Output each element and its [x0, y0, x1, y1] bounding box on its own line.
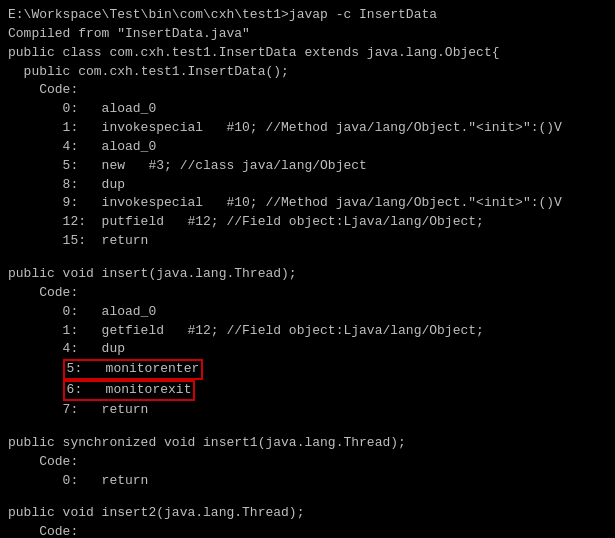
ins1-0: 0: return [8, 472, 607, 491]
compiled-from-line: Compiled from "InsertData.java" [8, 25, 607, 44]
command-line: E:\Workspace\Test\bin\com\cxh\test1>java… [8, 6, 607, 25]
insert2-decl-line: public void insert2(java.lang.Thread); [8, 504, 607, 523]
insert1-decl-line: public synchronized void insert1(java.la… [8, 434, 607, 453]
code-label-3: Code: [8, 453, 607, 472]
bc-15: 15: return [8, 232, 607, 251]
bc-8: 8: dup [8, 176, 607, 195]
monitorexit-highlight: 6: monitorexit [63, 380, 196, 401]
blank-2 [8, 420, 607, 434]
ins-7: 7: return [8, 401, 607, 420]
bc-4: 4: aload_0 [8, 138, 607, 157]
ins-5-monitorenter: 5: monitorenter [8, 359, 607, 380]
terminal-window: E:\Workspace\Test\bin\com\cxh\test1>java… [0, 0, 615, 538]
monitorenter-highlight: 5: monitorenter [63, 359, 204, 380]
code-label-2: Code: [8, 284, 607, 303]
blank-1 [8, 251, 607, 265]
bc-9: 9: invokespecial #10; //Method java/lang… [8, 194, 607, 213]
blank-3 [8, 490, 607, 504]
code-label-1: Code: [8, 81, 607, 100]
ins-1: 1: getfield #12; //Field object:Ljava/la… [8, 322, 607, 341]
ins-0: 0: aload_0 [8, 303, 607, 322]
ins-6-monitorexit: 6: monitorexit [8, 380, 607, 401]
ins-4: 4: dup [8, 340, 607, 359]
insert-decl-line: public void insert(java.lang.Thread); [8, 265, 607, 284]
bc-1: 1: invokespecial #10; //Method java/lang… [8, 119, 607, 138]
code-label-4: Code: [8, 523, 607, 538]
constructor-line: public com.cxh.test1.InsertData(); [8, 63, 607, 82]
bc-0: 0: aload_0 [8, 100, 607, 119]
bc-12: 12: putfield #12; //Field object:Ljava/l… [8, 213, 607, 232]
bc-5: 5: new #3; //class java/lang/Object [8, 157, 607, 176]
class-decl-line: public class com.cxh.test1.InsertData ex… [8, 44, 607, 63]
